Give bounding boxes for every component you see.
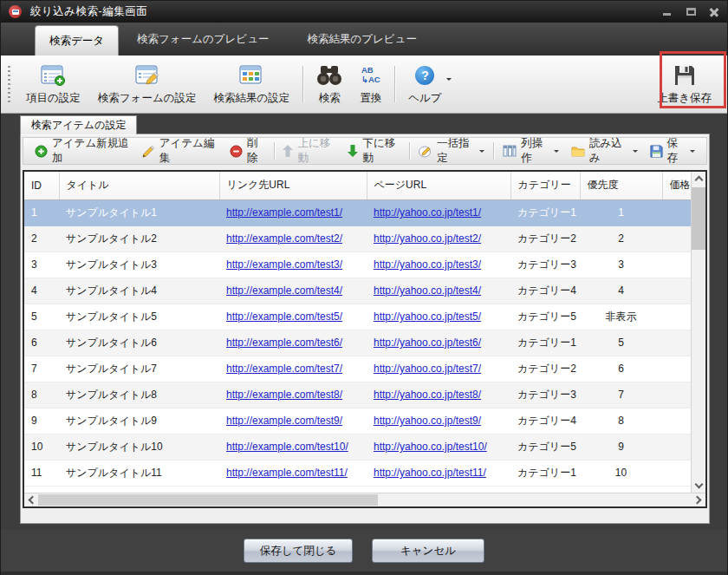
page-url[interactable]: http://yahoo.co.jp/test1/ xyxy=(374,206,481,219)
tab-search-items-settings[interactable]: 検索アイテムの設定 xyxy=(20,115,137,134)
result-settings-label: 検索結果の設定 xyxy=(213,91,289,106)
page-url[interactable]: http://yahoo.co.jp/test8/ xyxy=(374,389,481,401)
link-url[interactable]: http://example.com/test7/ xyxy=(226,363,342,375)
table-row[interactable]: 5 サンプルタイトル5 http://example.com/test5/ ht… xyxy=(24,304,691,330)
column-header-price[interactable]: 価格 xyxy=(662,172,691,199)
link-url[interactable]: http://example.com/test3/ xyxy=(226,258,342,271)
page-url[interactable]: http://yahoo.co.jp/test11/ xyxy=(374,467,486,479)
toolbar-grip[interactable] xyxy=(8,66,10,102)
toolbar-separator xyxy=(394,66,395,102)
link-url[interactable]: http://example.com/test4/ xyxy=(226,284,342,297)
link-url[interactable]: http://example.com/test10/ xyxy=(226,441,348,453)
move-up-button[interactable]: 上に移動 xyxy=(276,140,341,161)
floppy-disk-icon xyxy=(673,63,696,88)
column-header-id[interactable]: ID xyxy=(24,172,59,199)
save-and-close-button[interactable]: 保存して閉じる xyxy=(244,539,353,563)
table-row[interactable]: 2 サンプルタイトル2 http://example.com/test2/ ht… xyxy=(24,225,691,252)
bulk-assign-button[interactable]: 一括指定 xyxy=(413,140,491,161)
page-url[interactable]: http://yahoo.co.jp/test5/ xyxy=(374,310,481,323)
table-row[interactable]: 10 サンプルタイトル10 http://example.com/test10/… xyxy=(24,434,691,460)
column-header-page-url[interactable]: ページURL xyxy=(367,172,510,199)
help-dropdown-arrow-icon[interactable] xyxy=(446,78,452,83)
help-button[interactable]: ? ヘルプ xyxy=(400,59,450,109)
horizontal-scrollbar[interactable] xyxy=(24,493,705,506)
scroll-down-button[interactable] xyxy=(692,479,705,493)
table-row[interactable]: 9 サンプルタイトル9 http://example.com/test9/ ht… xyxy=(24,408,691,434)
column-header-link-url[interactable]: リンク先URL xyxy=(219,172,367,199)
help-label: ヘルプ xyxy=(408,91,441,106)
result-settings-button[interactable]: 検索結果の設定 xyxy=(205,59,298,109)
app-icon xyxy=(9,5,22,18)
main-tab-strip: 検索データ 検索フォームのプレビュー 検索結果のプレビュー xyxy=(1,23,727,56)
table-row[interactable]: 7 サンプルタイトル7 http://example.com/test7/ ht… xyxy=(24,356,691,382)
delete-item-button[interactable]: 削除 xyxy=(224,140,271,161)
table-row[interactable]: 8 サンプルタイトル8 http://example.com/test8/ ht… xyxy=(24,382,691,408)
column-header-category[interactable]: カテゴリー xyxy=(510,172,580,199)
page-url[interactable]: http://yahoo.co.jp/test7/ xyxy=(374,363,481,375)
vertical-scroll-thumb[interactable] xyxy=(692,187,705,250)
page-url[interactable]: http://yahoo.co.jp/test10/ xyxy=(374,441,487,453)
link-url[interactable]: http://example.com/test1/ xyxy=(226,206,342,219)
grid-scroll-area: ID タイトル リンク先URL ページURL カテゴリー 優先度 価格 1 xyxy=(24,172,691,493)
close-button[interactable] xyxy=(709,7,719,17)
link-url[interactable]: http://example.com/test2/ xyxy=(226,232,342,245)
table-body: 1 サンプルタイトル1 http://example.com/test1/ ht… xyxy=(24,199,691,486)
link-url[interactable]: http://example.com/test11/ xyxy=(226,467,348,479)
item-toolbar: アイテム新規追加 アイテム編集 xyxy=(23,137,707,165)
maximize-button[interactable] xyxy=(685,6,697,18)
table-row[interactable]: 4 サンプルタイトル4 http://example.com/test4/ ht… xyxy=(24,278,691,304)
footer-bar: 保存して閉じる キャンセル xyxy=(1,530,727,575)
minimize-button[interactable] xyxy=(660,6,673,18)
add-item-button[interactable]: アイテム新規追加 xyxy=(29,140,136,161)
horizontal-scroll-thumb[interactable] xyxy=(38,494,378,506)
toolbar-separator xyxy=(302,66,303,102)
page-url[interactable]: http://yahoo.co.jp/test6/ xyxy=(374,337,481,349)
link-url[interactable]: http://example.com/test8/ xyxy=(226,389,342,401)
add-circle-icon xyxy=(35,145,48,158)
replace-label: 置換 xyxy=(360,91,381,106)
table-header-row: ID タイトル リンク先URL ページURL カテゴリー 優先度 価格 xyxy=(24,172,691,199)
overwrite-save-button[interactable]: 上書き保存 xyxy=(648,59,720,109)
form-add-icon xyxy=(41,63,65,88)
save-list-button[interactable]: 保存 xyxy=(644,140,702,161)
tab-search-data[interactable]: 検索データ xyxy=(36,26,118,56)
replace-button[interactable]: AB ↳AC 置換 xyxy=(351,59,390,109)
search-button[interactable]: 検索 xyxy=(308,59,351,109)
form-settings-button[interactable]: 検索フォームの設定 xyxy=(89,59,205,109)
link-url[interactable]: http://example.com/test5/ xyxy=(226,310,342,323)
search-items-panel: アイテム新規追加 アイテム編集 xyxy=(20,134,710,524)
vertical-scrollbar[interactable] xyxy=(691,172,705,493)
column-header-priority[interactable]: 優先度 xyxy=(580,172,662,199)
table-row[interactable]: 1 サンプルタイトル1 http://example.com/test1/ ht… xyxy=(24,199,691,225)
save-floppy-icon xyxy=(650,145,663,158)
edit-item-button[interactable]: アイテム編集 xyxy=(136,140,224,161)
link-url[interactable]: http://example.com/test6/ xyxy=(226,337,342,349)
scroll-left-button[interactable] xyxy=(24,493,38,506)
page-url[interactable]: http://yahoo.co.jp/test4/ xyxy=(374,284,481,297)
toolbar-separator xyxy=(274,142,275,160)
title-bar: 絞り込み検索-編集画面 xyxy=(1,1,727,23)
table-row[interactable]: 3 サンプルタイトル3 http://example.com/test3/ ht… xyxy=(24,252,691,278)
tab-search-form-preview[interactable]: 検索フォームのプレビュー xyxy=(118,23,288,56)
link-url[interactable]: http://example.com/test9/ xyxy=(226,415,342,427)
scroll-up-button[interactable] xyxy=(692,172,705,186)
column-ops-button[interactable]: 列操作 xyxy=(497,140,565,161)
page-url[interactable]: http://yahoo.co.jp/test3/ xyxy=(374,258,481,271)
items-grid: ID タイトル リンク先URL ページURL カテゴリー 優先度 価格 1 xyxy=(23,170,707,508)
table-row[interactable]: 6 サンプルタイトル6 http://example.com/test6/ ht… xyxy=(24,330,691,356)
page-url[interactable]: http://yahoo.co.jp/test2/ xyxy=(374,232,481,245)
app-window: 絞り込み検索-編集画面 検索データ 検索フォームのプレビュー 検索結果のプレビュ… xyxy=(0,0,728,575)
item-settings-label: 項目の設定 xyxy=(26,91,81,106)
move-down-button[interactable]: 下に移動 xyxy=(341,140,406,161)
column-header-title[interactable]: タイトル xyxy=(59,172,219,199)
page-url[interactable]: http://yahoo.co.jp/test9/ xyxy=(374,415,481,427)
dropdown-arrow-icon xyxy=(554,150,559,155)
load-button[interactable]: 読み込み xyxy=(565,140,644,161)
cancel-button[interactable]: キャンセル xyxy=(372,539,484,563)
table-row[interactable]: 11 サンプルタイトル11 http://example.com/test11/… xyxy=(24,460,691,486)
item-settings-button[interactable]: 項目の設定 xyxy=(17,59,89,109)
tab-search-result-preview[interactable]: 検索結果のプレビュー xyxy=(288,23,435,56)
scroll-right-button[interactable] xyxy=(692,493,705,506)
remove-circle-icon xyxy=(230,145,243,158)
dropdown-arrow-icon xyxy=(690,150,695,155)
